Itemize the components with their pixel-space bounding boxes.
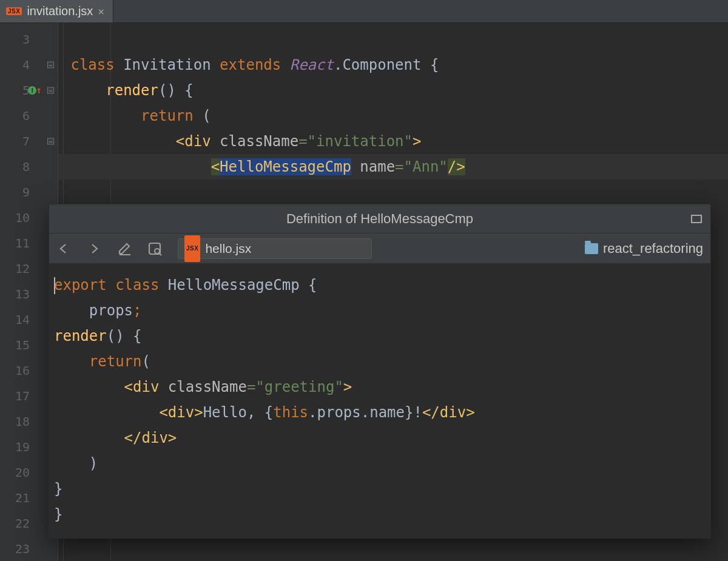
back-icon[interactable]: [56, 241, 71, 256]
code-line: }: [54, 476, 706, 502]
close-icon[interactable]: ×: [98, 5, 104, 18]
edit-source-icon[interactable]: [117, 241, 132, 256]
svg-point-1: [155, 249, 160, 254]
folder-breadcrumb[interactable]: react_refactoring: [585, 236, 703, 261]
file-selector[interactable]: JSX hello.jsx: [178, 238, 372, 259]
popup-code[interactable]: export class HelloMessageCmp { props; re…: [49, 264, 710, 538]
editor-tab[interactable]: JSX invitation.jsx ×: [0, 0, 113, 22]
show-usage-icon[interactable]: [147, 241, 162, 256]
code-line: <div>Hello, {this.props.name}!</div>: [54, 400, 706, 425]
folder-name: react_refactoring: [603, 236, 703, 261]
code-line: class Invitation extends React.Component…: [58, 52, 728, 78]
line-number: 6: [0, 103, 58, 129]
forward-icon[interactable]: [87, 241, 101, 256]
fold-toggle-icon[interactable]: [47, 87, 54, 94]
code-line: <HelloMessageCmp name="Ann"/>: [58, 154, 728, 180]
line-number: 7: [0, 129, 58, 154]
code-line: render() {: [58, 78, 728, 103]
line-number: 3: [0, 27, 58, 52]
tab-bar: JSX invitation.jsx ×: [0, 0, 728, 23]
fold-toggle-icon[interactable]: [47, 62, 54, 69]
line-number: 8: [0, 154, 58, 180]
code-line: <div className="greeting">: [54, 374, 706, 400]
code-line: ): [54, 451, 706, 476]
code-line: render() {: [54, 323, 706, 349]
code-line: [58, 180, 728, 205]
line-number: 9: [0, 180, 58, 205]
popup-title: Definition of HelloMessageCmp: [286, 206, 473, 232]
jsx-file-icon: JSX: [6, 7, 22, 15]
code-line: }: [54, 502, 706, 527]
code-line: props;: [54, 298, 706, 323]
code-line: return (: [58, 103, 728, 129]
line-number: 5 I↑: [0, 78, 58, 103]
override-gutter-icon[interactable]: I↑: [28, 78, 42, 103]
popup-toolbar: JSX hello.jsx react_refactoring: [49, 233, 710, 264]
code-line: return(: [54, 349, 706, 374]
popup-title-bar: Definition of HelloMessageCmp: [49, 204, 710, 233]
code-line: export class HelloMessageCmp {: [54, 272, 706, 298]
code-line: <div className="invitation">: [58, 129, 728, 154]
folder-icon: [585, 243, 598, 254]
open-in-window-icon[interactable]: [691, 215, 702, 223]
code-line: [58, 27, 728, 52]
fold-toggle-icon[interactable]: [47, 138, 54, 145]
jsx-file-icon: JSX: [184, 235, 200, 262]
tab-filename: invitation.jsx: [27, 4, 93, 18]
quick-definition-popup: Definition of HelloMessageCmp JSX hello.…: [49, 204, 711, 539]
line-number: 23: [0, 536, 58, 561]
code-line: </div>: [54, 425, 706, 451]
file-selector-label: hello.jsx: [205, 236, 251, 261]
code-editor[interactable]: 3 4 5 I↑ 6 7 8 9 10 11 12 13 14 15 16 17…: [0, 23, 728, 561]
line-number: 4: [0, 52, 58, 78]
